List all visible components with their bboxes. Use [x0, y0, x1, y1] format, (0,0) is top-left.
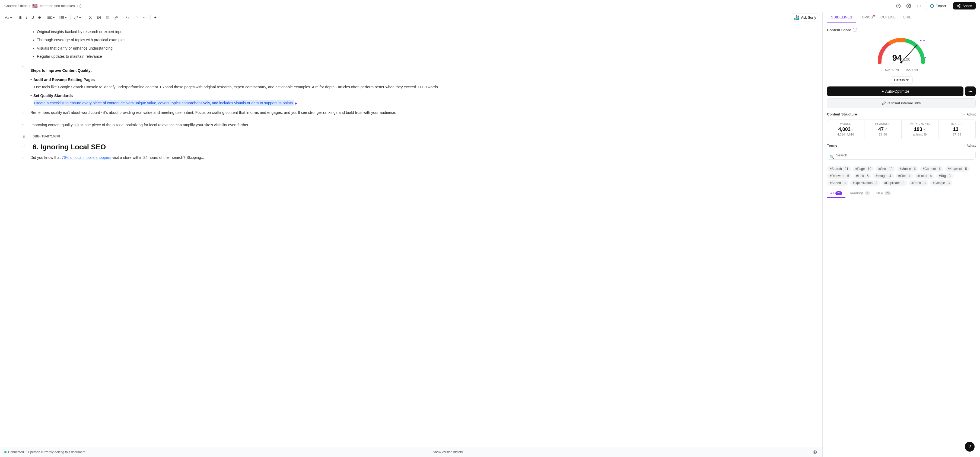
clock-icon-btn[interactable] — [895, 2, 902, 10]
svg-point-5 — [959, 4, 961, 5]
editor-toolbar: Aa B I U S — [0, 12, 822, 23]
auto-optimize-row: ✦ Auto-Optimize ••• — [827, 86, 976, 96]
structure-paragraphs: PARAGRAPHS 193 ✓ at least 99 — [902, 120, 939, 139]
term-tag-google[interactable]: #Google - 3 — [930, 180, 953, 186]
terms-search-input[interactable] — [827, 151, 976, 160]
topics-notification-dot — [873, 14, 875, 16]
avg-score: Avg ⇅ 78 — [885, 68, 899, 72]
search-icon: 🔍 — [830, 155, 834, 159]
structure-adjust-button[interactable]: Adjust — [963, 113, 976, 116]
term-tag-mobile[interactable]: #Mobile - 6 — [897, 166, 918, 171]
sparkle-btn[interactable]: ✦ — [152, 14, 158, 21]
stars-deco-2: ✦ — [924, 56, 926, 59]
app-name: Content Editor — [4, 4, 27, 8]
score-info-icon[interactable]: i — [853, 28, 857, 32]
term-tag-site[interactable]: #Site - 4 — [896, 173, 913, 179]
toolbar-sep-6 — [150, 15, 151, 20]
nlp-count-badge: 74 — [885, 191, 891, 195]
link-chain-btn[interactable] — [72, 14, 83, 21]
undo-btn[interactable] — [124, 14, 131, 21]
para-3-row: p Did you know that 76% of local mobile … — [22, 154, 811, 164]
details-button[interactable]: Details — [890, 76, 913, 84]
strikethrough-btn[interactable]: S — [37, 14, 42, 21]
all-count-badge: 76 — [835, 191, 842, 195]
eye-icon-btn[interactable] — [811, 449, 818, 455]
breadcrumb-page[interactable]: common seo mistakes — [40, 4, 75, 8]
insert-links-button[interactable]: ⟳ Insert internal links — [827, 98, 976, 108]
topbar-left: Content Editor / 🇺🇸 common seo mistakes … — [4, 3, 81, 8]
term-tabs: All 76 Headings 5 NLP 74 — [827, 189, 976, 198]
bold-btn[interactable]: B — [18, 14, 23, 21]
tab-outline[interactable]: OUTLINE — [877, 12, 899, 23]
term-tag-duplicate[interactable]: #Duplicate - 3 — [881, 180, 907, 186]
content-score-section: Content Score i — [827, 28, 976, 72]
settings-icon-btn[interactable] — [905, 2, 912, 10]
align-btn[interactable] — [46, 14, 57, 21]
ask-surfy-button[interactable]: 🏄 Ask Surfy — [791, 14, 819, 21]
words-arrow: ↑ — [851, 128, 853, 132]
term-tag-rank[interactable]: #Rank - 3 — [908, 180, 928, 186]
tab-guidelines[interactable]: GUIDELINES — [827, 12, 856, 23]
version-history-button[interactable]: Show version history — [433, 450, 463, 454]
svg-line-9 — [958, 5, 959, 5]
term-tag-page[interactable]: #Page - 10 — [853, 166, 874, 171]
terms-title: Terms Adjust — [827, 143, 976, 148]
stars-deco-1: ✦ ✦ — [920, 39, 925, 43]
term-tab-nlp[interactable]: NLP 74 — [873, 189, 894, 198]
tab-brief[interactable]: BRIEF — [899, 12, 917, 23]
auto-optimize-button[interactable]: ✦ Auto-Optimize — [827, 86, 963, 96]
bullet-list-container: Original insights backed by research or … — [22, 29, 811, 62]
term-tag-relevant[interactable]: #Relevant - 5 — [827, 173, 852, 179]
share-button[interactable]: Share — [953, 2, 976, 10]
sub-item-2-title: Set Quality Standards — [33, 94, 73, 98]
term-tag-local[interactable]: #Local - 4 — [915, 173, 934, 179]
redo-btn[interactable] — [132, 14, 140, 21]
content-structure-title: Content Structure Adjust — [827, 112, 976, 116]
more-toolbar-btn[interactable] — [141, 14, 149, 21]
section-heading: Steps to Improve Content Quality: — [30, 68, 92, 73]
font-size-btn[interactable]: Aa — [3, 14, 14, 21]
sub-item-1: • Audit and Revamp Existing Pages Use to… — [22, 78, 811, 90]
term-tag-speed[interactable]: #Speed - 3 — [827, 180, 848, 186]
term-tag-optimization[interactable]: #Optimization - 3 — [850, 180, 880, 186]
term-tag-content[interactable]: #Content - 6 — [920, 166, 943, 171]
tab-topics[interactable]: TOPICS — [856, 12, 877, 23]
list-btn[interactable] — [58, 14, 68, 21]
svg-point-2 — [917, 5, 918, 6]
paragraphs-check: ✓ — [923, 128, 926, 132]
svg-point-17 — [59, 18, 60, 19]
status-bar: Connected • 1 person currently editing t… — [0, 447, 822, 457]
term-tab-headings[interactable]: Headings 5 — [845, 189, 873, 198]
info-icon[interactable]: i — [77, 4, 81, 8]
svg-point-25 — [98, 17, 99, 17]
term-tag-tag[interactable]: #Tag - 3 — [936, 173, 953, 179]
svg-line-8 — [958, 6, 959, 6]
term-tab-all[interactable]: All 76 — [827, 189, 845, 198]
terms-adjust-button[interactable]: Adjust — [963, 144, 976, 148]
help-button[interactable]: ? — [965, 442, 975, 452]
term-tag-link[interactable]: #Link - 5 — [853, 173, 871, 179]
auto-optimize-more-button[interactable]: ••• — [965, 86, 976, 96]
term-tag-search[interactable]: #Search - 21 — [827, 166, 851, 171]
para-2-row: p Improving content quality is just one … — [22, 122, 811, 132]
connected-dot — [4, 451, 6, 453]
headings-count-badge: 5 — [865, 191, 870, 195]
cut-btn[interactable] — [87, 14, 94, 21]
svg-point-34 — [814, 452, 815, 453]
italic-btn[interactable]: I — [24, 14, 29, 21]
svg-point-1 — [908, 5, 909, 6]
h6-content: SBB-ITB-B716878 — [33, 135, 60, 138]
table-btn[interactable] — [104, 14, 111, 21]
para-2: Improving content quality is just one pi… — [30, 122, 249, 129]
term-tag-image[interactable]: #Image - 4 — [873, 173, 894, 179]
image-btn[interactable] — [95, 14, 103, 21]
term-tag-seo[interactable]: #Seo - 10 — [875, 166, 895, 171]
p-label-2: p — [22, 111, 24, 115]
term-tag-keyword[interactable]: #Keyword - 5 — [945, 166, 970, 171]
export-button[interactable]: Export — [926, 2, 950, 10]
hyperlink-btn[interactable] — [113, 14, 120, 21]
inline-link[interactable]: 76% of local mobile shoppers — [62, 156, 111, 160]
images-arrow: ↑ — [959, 128, 961, 132]
more-icon-btn[interactable] — [915, 2, 923, 10]
underline-btn[interactable]: U — [30, 14, 35, 21]
